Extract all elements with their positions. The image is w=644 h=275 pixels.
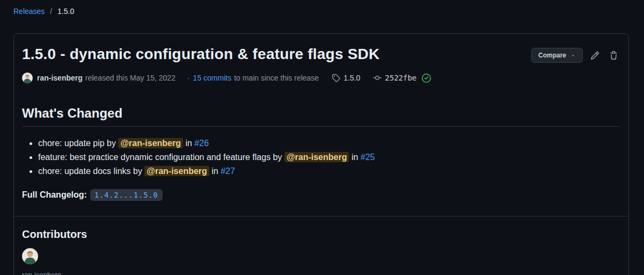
section-divider — [14, 216, 628, 216]
author-avatar[interactable] — [22, 73, 33, 83]
commits-count-link[interactable]: 15 commits — [193, 74, 232, 82]
breadcrumb-releases-link[interactable]: Releases — [13, 7, 45, 16]
release-title: 1.5.0 - dynamic configuration & feature … — [22, 45, 379, 64]
release-card: 1.5.0 - dynamic configuration & feature … — [13, 33, 629, 275]
chevron-down-icon — [570, 53, 576, 58]
verified-check-icon[interactable] — [422, 74, 431, 83]
whats-changed-list: chore: update pip by @ran-isenberg in #2… — [22, 136, 620, 178]
edit-release-button[interactable] — [588, 50, 602, 61]
pr-link[interactable]: #25 — [361, 153, 375, 162]
breadcrumb: Releases / 1.5.0 — [13, 7, 74, 16]
full-changelog: Full Changelog:1.4.2...1.5.0 — [22, 190, 620, 200]
release-byline: ran-isenberg released this May 15, 2022 … — [22, 73, 620, 83]
pencil-icon — [590, 51, 599, 60]
changelog-range-link[interactable]: 1.4.2...1.5.0 — [90, 189, 163, 201]
release-header: 1.5.0 - dynamic configuration & feature … — [22, 45, 620, 64]
author-name-link[interactable]: ran-isenberg — [37, 74, 83, 82]
contributors-heading: Contributors — [22, 228, 620, 241]
commit-sha-link[interactable]: 2522fbe — [385, 74, 416, 82]
change-connector: in — [211, 167, 218, 176]
release-tag: 1.5.0 — [332, 74, 360, 82]
tag-label: 1.5.0 — [343, 74, 360, 82]
delete-release-button[interactable] — [607, 50, 620, 61]
trash-icon — [609, 51, 618, 60]
change-text: chore: update docs links by — [38, 167, 142, 176]
breadcrumb-separator: / — [50, 7, 52, 16]
mention-link[interactable]: @ran-isenberg — [118, 138, 183, 148]
change-text: chore: update pip by — [38, 139, 116, 148]
release-actions: Compare — [531, 48, 620, 63]
list-item: chore: update pip by @ran-isenberg in #2… — [38, 136, 620, 150]
change-connector: in — [352, 153, 358, 162]
breadcrumb-current: 1.5.0 — [57, 7, 74, 16]
change-text: feature: best practice dynamic configura… — [38, 153, 282, 162]
mention-link[interactable]: @ran-isenberg — [284, 152, 349, 162]
mention-link[interactable]: @ran-isenberg — [144, 166, 209, 176]
tag-icon — [332, 74, 340, 82]
byline-dot-separator: · — [187, 74, 190, 82]
list-item: feature: best practice dynamic configura… — [38, 150, 620, 164]
commits-suffix-text: to main since this release — [234, 74, 319, 82]
release-commit: 2522fbe — [373, 74, 416, 82]
compare-button-label: Compare — [538, 52, 566, 59]
pr-link[interactable]: #27 — [221, 167, 235, 176]
released-date-text: released this May 15, 2022 — [85, 74, 175, 82]
compare-button[interactable]: Compare — [531, 48, 583, 63]
whats-changed-heading: What's Changed — [22, 106, 620, 127]
commit-icon — [373, 74, 382, 82]
pr-link[interactable]: #26 — [194, 139, 209, 148]
list-item: chore: update docs links by @ran-isenber… — [38, 164, 620, 178]
full-changelog-label: Full Changelog: — [22, 190, 87, 199]
contributor-name: ran-isenberg — [22, 271, 620, 275]
change-connector: in — [185, 139, 192, 148]
contributor-avatar[interactable] — [22, 248, 38, 264]
